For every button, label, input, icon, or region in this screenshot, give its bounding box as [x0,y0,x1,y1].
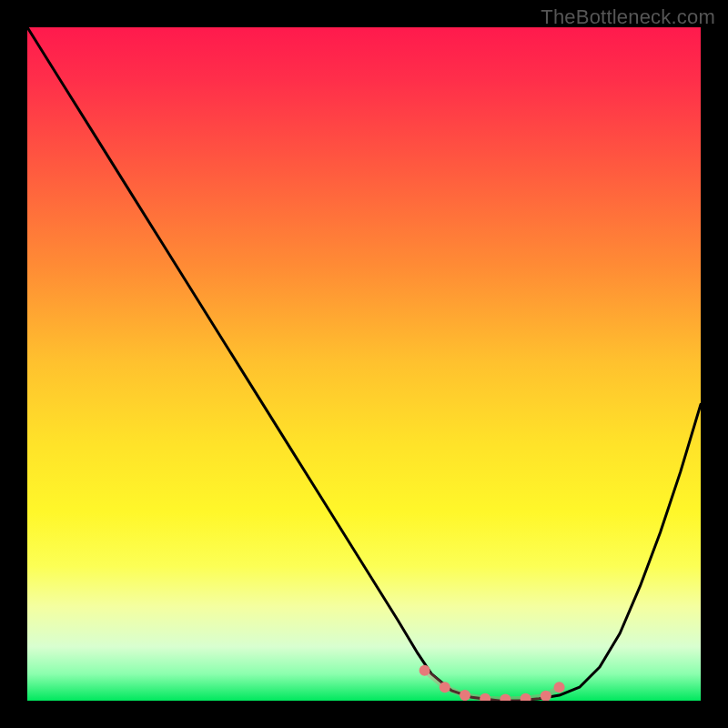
optimal-range-dot [480,693,490,701]
optimal-range-dot [500,694,511,702]
optimal-range-dot [420,665,430,676]
optimal-range-markers [420,665,565,701]
optimal-range-dot [521,693,531,701]
optimal-range-dot [460,690,470,701]
optimal-range-dot [554,682,565,693]
curve-layer [27,27,701,701]
watermark-text: TheBottleneck.com [541,5,715,29]
plot-area [27,27,701,701]
bottleneck-curve [27,27,701,701]
optimal-range-dot [440,682,450,693]
bottleneck-curve-path [27,27,701,701]
